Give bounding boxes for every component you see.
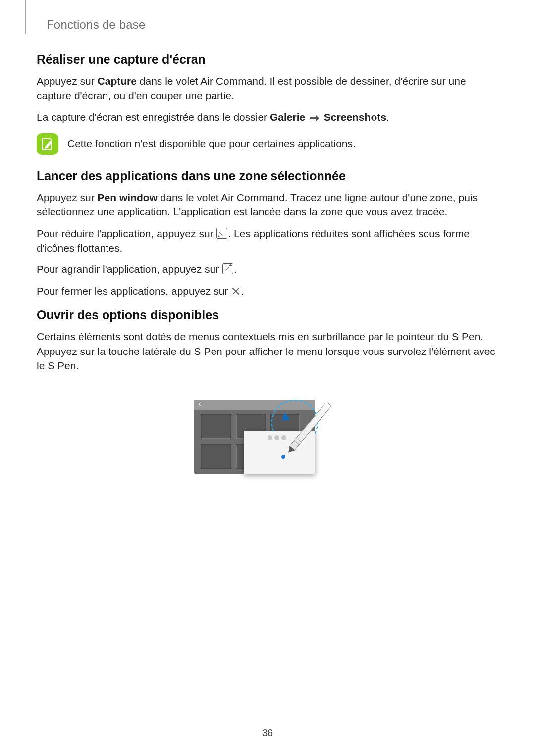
svg-rect-0 [310,117,316,119]
paragraph: Certains éléments sont dotés de menus co… [37,329,500,373]
page-number: 36 [0,727,535,739]
text: Pour réduire l'application, appuyez sur [37,228,216,239]
content: Réaliser une capture d'écran Appuyez sur… [37,52,500,479]
paragraph: Appuyez sur Pen window dans le volet Air… [37,190,500,219]
paragraph: Pour fermer les applications, appuyez su… [37,284,500,298]
bold-capture: Capture [98,75,137,87]
note-callout: Cette fonction n'est disponible que pour… [37,132,500,155]
paragraph: Pour réduire l'application, appuyez sur … [37,226,500,255]
pen-band [294,438,301,445]
minimize-icon [216,228,227,239]
dot-icon [281,435,286,440]
dot-icon [268,435,272,440]
svg-marker-1 [316,115,319,121]
illus-overlay-dots [268,435,286,440]
text: La capture d'écran est enregistrée dans … [37,111,270,123]
paragraph: La capture d'écran est enregistrée dans … [37,110,500,125]
text: . [241,285,244,297]
header-rule [25,0,26,34]
heading-options: Ouvrir des options disponibles [37,308,500,322]
note-icon [37,133,58,155]
heading-capture: Réaliser une capture d'écran [37,52,500,67]
dot-icon [274,435,279,440]
spen-illustration [194,385,343,479]
paragraph: Appuyez sur Capture dans le volet Air Co… [37,74,500,103]
section-header: Fonctions de base [47,18,500,32]
text: Pour agrandir l'application, appuyez sur [37,263,222,275]
text: Pour fermer les applications, appuyez su… [37,285,231,297]
illus-tile [201,414,231,439]
paragraph: Pour agrandir l'application, appuyez sur… [37,262,500,276]
text: Appuyez sur [37,192,98,203]
text: . [386,111,389,123]
bold-galerie: Galerie [270,111,305,123]
bold-screenshots: Screenshots [324,111,386,123]
hover-dot-icon [281,455,285,459]
text: Appuyez sur [37,75,98,87]
illus-tile [201,444,231,469]
bold-penwindow: Pen window [98,192,158,203]
page: Fonctions de base Réaliser une capture d… [0,0,535,756]
illus-cursor-icon [281,412,290,421]
heading-penwindow: Lancer des applications dans une zone sé… [37,169,500,183]
illustration-wrap [37,385,500,479]
expand-icon [222,263,233,274]
text: . [234,263,237,275]
note-text: Cette fonction n'est disponible que pour… [67,132,356,151]
close-icon [231,287,240,296]
separator-arrow-icon [310,111,319,125]
